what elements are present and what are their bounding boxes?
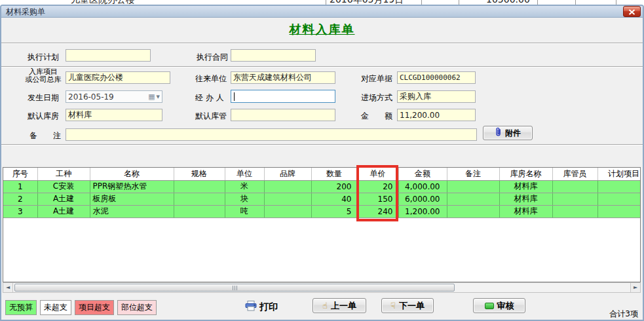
table-cell[interactable]: 4,000.00 <box>398 180 447 193</box>
legend-item: 部位超支 <box>117 300 157 315</box>
column-header[interactable]: 品牌 <box>264 168 311 180</box>
table-cell[interactable] <box>447 180 499 193</box>
horizontal-scrollbar[interactable]: ◄ ► <box>3 282 641 293</box>
table-cell[interactable]: 20 <box>357 180 398 193</box>
date-input[interactable]: 2016-05-19 ▦ ▼ <box>66 90 162 103</box>
handler-input[interactable] <box>231 90 335 103</box>
budget-legend: 无预算未超支项目超支部位超支 <box>5 300 157 315</box>
chevron-down-icon[interactable]: ▼ <box>157 94 160 100</box>
column-header[interactable]: 数量 <box>311 168 357 180</box>
scroll-left-arrow-icon[interactable]: ◄ <box>3 283 13 292</box>
counterparty-input[interactable] <box>231 71 335 84</box>
default-warehouse-input[interactable] <box>66 109 162 121</box>
table-cell[interactable]: 40 <box>311 193 357 205</box>
table-cell[interactable] <box>264 193 311 205</box>
column-header[interactable]: 备注 <box>447 168 499 180</box>
table-cell[interactable]: 6,000.00 <box>398 193 447 205</box>
table-cell[interactable] <box>174 205 225 217</box>
column-header[interactable]: 计划项目 <box>597 168 641 180</box>
table-cell[interactable]: 板房板 <box>90 193 174 205</box>
exec-plan-label: 执行计划 <box>28 52 59 63</box>
table-cell[interactable]: 吨 <box>225 205 264 217</box>
table-cell[interactable]: 水泥 <box>90 205 174 217</box>
table-cell[interactable]: PPR钢塑热水管 <box>90 180 174 193</box>
column-header[interactable]: 序号 <box>3 168 37 180</box>
table-cell[interactable]: 200 <box>311 180 357 193</box>
column-header[interactable]: 金额 <box>398 168 447 180</box>
exec-plan-input[interactable] <box>66 49 151 62</box>
entry-mode-input[interactable] <box>397 90 476 103</box>
table-cell[interactable] <box>174 193 225 205</box>
table-cell[interactable] <box>597 205 641 217</box>
hand-down-icon: ☟ <box>390 301 396 310</box>
table-cell[interactable]: 材料库 <box>499 180 552 193</box>
next-order-button[interactable]: ☟ 下一单 <box>381 298 434 313</box>
previous-order-button[interactable]: ☝ 上一单 <box>313 298 366 313</box>
table-cell[interactable] <box>552 180 597 193</box>
table-cell[interactable]: 3 <box>3 205 37 217</box>
doc-ref-input[interactable] <box>397 71 476 84</box>
table-cell[interactable]: 材料库 <box>499 205 552 217</box>
table-cell[interactable] <box>174 180 225 193</box>
project-input[interactable] <box>66 71 170 84</box>
table-cell[interactable]: 2 <box>3 193 37 205</box>
dialog-titlebar[interactable]: 材料采购单 <box>1 6 643 18</box>
table-cell[interactable] <box>552 205 597 217</box>
column-header[interactable]: 规格 <box>174 168 225 180</box>
table-cell[interactable] <box>597 193 641 205</box>
calendar-icon[interactable]: ▦ <box>148 92 155 101</box>
attachment-button[interactable]: 附件 <box>483 126 533 140</box>
table-row[interactable]: 1C安装PPR钢塑热水管米200204,000.00材料库 <box>3 180 641 193</box>
scrollbar-grip <box>233 286 233 290</box>
column-header[interactable]: 单价 <box>357 168 398 180</box>
table-cell[interactable]: A土建 <box>37 193 90 205</box>
hand-up-icon: ☝ <box>322 301 328 310</box>
legend-item: 无预算 <box>5 300 37 315</box>
table-cell[interactable]: 5 <box>311 205 357 217</box>
table-row[interactable]: 2A土建板房板块401506,000.00材料库 <box>3 193 641 205</box>
table-cell[interactable]: 米 <box>225 180 264 193</box>
table-cell[interactable] <box>552 193 597 205</box>
table-cell[interactable]: 1 <box>3 180 37 193</box>
table-row[interactable]: 3A土建水泥吨52401,200.00材料库 <box>3 205 641 217</box>
amount-label: 金 额 <box>361 111 392 122</box>
counterparty-label: 往来单位 <box>195 73 227 85</box>
amount-input[interactable] <box>397 109 476 121</box>
exec-contract-label: 执行合同 <box>197 52 228 63</box>
table-cell[interactable]: 块 <box>225 193 264 205</box>
paperclip-icon <box>495 127 502 139</box>
table-cell[interactable]: A土建 <box>37 205 90 217</box>
close-button[interactable] <box>623 6 641 17</box>
table-cell[interactable]: 1,200.00 <box>398 205 447 217</box>
project-label: 入库项目 或公司总库 <box>22 68 64 84</box>
table-cell[interactable]: 150 <box>357 193 398 205</box>
print-button[interactable]: 打印 <box>245 301 278 314</box>
table-cell[interactable] <box>597 180 641 193</box>
audit-button[interactable]: 审核 <box>473 298 525 313</box>
table-cell[interactable] <box>447 193 499 205</box>
handler-label: 经 办 人 <box>195 92 224 104</box>
dialog-title: 材料采购单 <box>6 7 45 16</box>
green-square-icon <box>485 303 494 309</box>
doc-ref-label: 对应单据 <box>361 73 392 85</box>
table-cell[interactable]: 材料库 <box>499 193 552 205</box>
table-cell[interactable] <box>264 205 311 217</box>
column-header[interactable]: 库房名称 <box>499 168 552 180</box>
column-header[interactable]: 名称 <box>90 168 174 180</box>
remark-label: 备 注 <box>29 130 61 142</box>
column-header[interactable]: 工种 <box>37 168 90 180</box>
table-cell[interactable]: 240 <box>357 205 398 217</box>
legend-item: 项目超支 <box>75 300 114 315</box>
table-cell[interactable]: C安装 <box>37 180 90 193</box>
entry-mode-label: 进场方式 <box>361 92 392 104</box>
column-header[interactable]: 库管员 <box>552 168 597 180</box>
remark-input[interactable] <box>66 128 477 141</box>
default-keeper-input[interactable] <box>231 109 335 121</box>
table-cell[interactable] <box>447 205 499 217</box>
table-cell[interactable] <box>264 180 311 193</box>
scroll-right-arrow-icon[interactable]: ► <box>630 283 640 292</box>
scrollbar-thumb[interactable] <box>14 284 455 292</box>
column-header[interactable]: 单位 <box>225 168 264 180</box>
exec-contract-input[interactable] <box>231 49 316 62</box>
clipped-background-text: 10500.00 <box>486 0 530 5</box>
